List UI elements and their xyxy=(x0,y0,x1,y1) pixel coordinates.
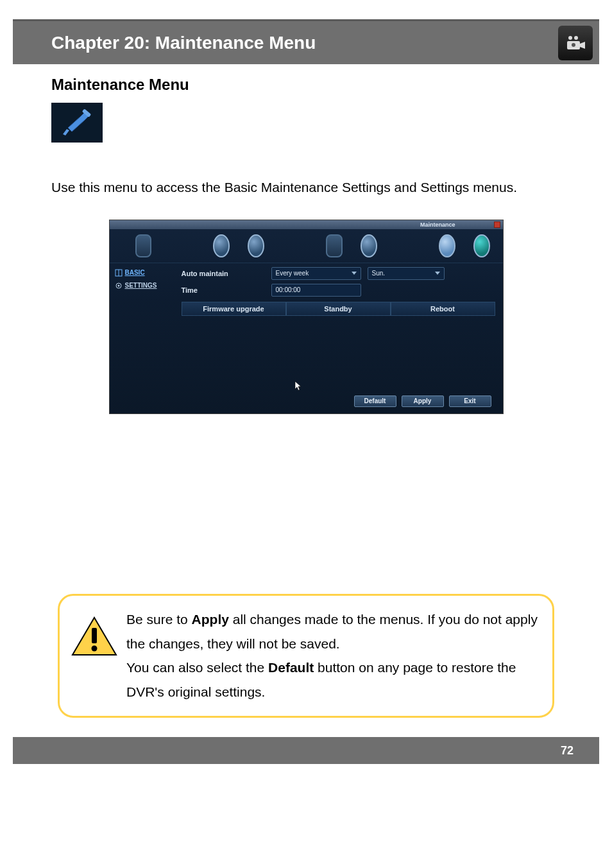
sidebar-item-settings[interactable]: SETTINGS xyxy=(112,280,176,291)
tip-line1-pre: Be sure to xyxy=(126,612,192,627)
top-toolbar xyxy=(110,229,503,263)
frequency-select[interactable]: Every week xyxy=(271,267,361,280)
tip-callout: Be sure to Apply all changes made to the… xyxy=(58,594,554,718)
toolbar-icon-2[interactable] xyxy=(213,234,230,257)
chapter-header: Chapter 20: Maintenance Menu xyxy=(13,19,599,64)
svg-point-0 xyxy=(568,36,572,40)
page-footer: 72 xyxy=(13,737,599,764)
auto-maintain-label: Auto maintain xyxy=(182,270,265,277)
firmware-upgrade-button[interactable]: Firmware upgrade xyxy=(182,302,286,316)
apply-button[interactable]: Apply xyxy=(402,395,444,407)
sidebar-item-label: BASIC xyxy=(125,269,145,276)
frequency-value: Every week xyxy=(276,270,309,277)
close-icon[interactable] xyxy=(494,221,500,228)
window-title: Maintenance xyxy=(420,221,455,228)
camera-icon xyxy=(558,26,593,60)
toolbar-icon-4[interactable] xyxy=(326,234,343,257)
cursor-icon xyxy=(294,381,302,393)
tip-text: Be sure to Apply all changes made to the… xyxy=(126,607,541,704)
svg-point-3 xyxy=(572,43,575,47)
toolbar-icon-1[interactable] xyxy=(135,234,152,257)
sidebar-item-label: SETTINGS xyxy=(125,282,157,289)
page-number: 72 xyxy=(561,744,574,758)
svg-rect-9 xyxy=(92,628,97,643)
basic-icon xyxy=(115,269,123,277)
day-select[interactable]: Sun. xyxy=(368,267,445,280)
day-value: Sun. xyxy=(372,270,386,277)
exit-button[interactable]: Exit xyxy=(449,395,491,407)
tip-line2-pre: You can also select the xyxy=(126,660,268,675)
standby-button[interactable]: Standby xyxy=(286,302,391,316)
time-label: Time xyxy=(182,286,265,294)
tip-line2-bold: Default xyxy=(268,660,314,675)
toolbar-icon-3[interactable] xyxy=(248,234,264,257)
svg-point-1 xyxy=(574,36,578,40)
gear-icon xyxy=(115,282,123,290)
default-button[interactable]: Default xyxy=(354,395,396,407)
chapter-title: Chapter 20: Maintenance Menu xyxy=(51,33,316,53)
chevron-down-icon xyxy=(352,272,357,275)
chevron-down-icon xyxy=(435,272,440,275)
window-titlebar: Maintenance xyxy=(110,220,503,229)
main-panel: Auto maintain Every week Sun. Time xyxy=(179,263,503,390)
toolbar-icon-6[interactable] xyxy=(439,234,455,257)
svg-point-8 xyxy=(117,284,119,286)
maintenance-icon xyxy=(51,103,103,143)
svg-point-10 xyxy=(92,645,98,651)
time-input[interactable]: 00:00:00 xyxy=(271,284,361,297)
time-value: 00:00:00 xyxy=(276,286,301,293)
dvr-screenshot: Maintenance xyxy=(109,220,504,414)
section-title: Maintenance Menu xyxy=(51,76,561,94)
screenshot-footer: Default Apply Exit xyxy=(110,390,503,413)
warning-icon xyxy=(71,616,117,660)
sidebar: BASIC SETTINGS xyxy=(110,263,179,390)
power-icon[interactable] xyxy=(473,234,490,257)
toolbar-icon-5[interactable] xyxy=(361,234,377,257)
intro-paragraph: Use this menu to access the Basic Mainte… xyxy=(51,175,561,200)
reboot-button[interactable]: Reboot xyxy=(391,302,495,316)
tip-line1-bold: Apply xyxy=(192,612,229,627)
sidebar-item-basic[interactable]: BASIC xyxy=(112,267,176,279)
